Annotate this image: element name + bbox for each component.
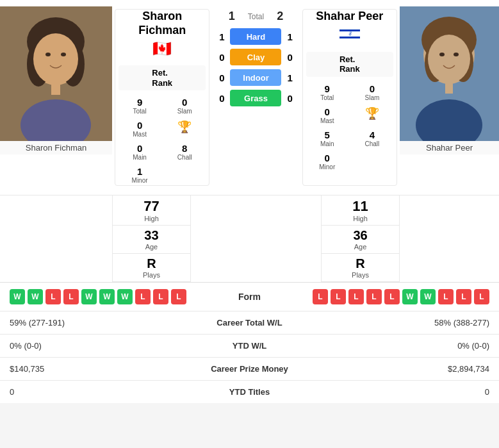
svg-point-6 xyxy=(45,53,51,56)
form-badge-l: L xyxy=(384,289,400,304)
player1-caption: Sharon Fichman xyxy=(0,141,112,154)
player2-minor: 0 Minor xyxy=(306,151,348,172)
player-comparison: Sharon Fichman Sharon Fichman 🇨🇦 Ret.Ran… xyxy=(0,0,499,195)
ytd-wl-row: 0% (0-0) YTD W/L 0% (0-0) xyxy=(0,335,499,358)
player2-form: LLLLLWWLLL xyxy=(313,289,489,304)
form-label: Form xyxy=(224,292,275,302)
player1-stats-panel: Sharon Fichman 🇨🇦 Ret.Rank 9 Total 0 Sla… xyxy=(115,9,209,186)
player2-age-block: 36 Age xyxy=(321,226,400,254)
ytd-wl-label: YTD W/L xyxy=(175,335,325,358)
player1-total: 9 Total xyxy=(119,95,161,116)
player1-slam: 0 Slam xyxy=(163,95,206,116)
form-badge-l: L xyxy=(438,289,454,304)
player1-mast: 0 Mast xyxy=(119,119,161,139)
form-badge-l: L xyxy=(63,289,79,304)
player2-stats-panel: Shahar Peer ✡ Ret.Rank 9 Tota xyxy=(302,9,397,186)
player1-trophy-icon: 🏆 xyxy=(177,120,192,134)
player1-trophy-icon-wrapper: 🏆 xyxy=(163,119,206,139)
player2-trophy-icon-wrapper: 🏆 xyxy=(351,105,393,126)
svg-text:✡: ✡ xyxy=(348,33,351,37)
career-prize-row: $140,735 Career Prize Money $2,894,734 xyxy=(0,358,499,381)
player2-plays-block: R Plays xyxy=(321,254,400,282)
center-stats: 1 Total 2 1 Hard 1 0 Clay 0 xyxy=(212,6,299,188)
form-badge-l: L xyxy=(366,289,382,304)
player1-plays-label: Plays xyxy=(143,271,160,279)
player2-slam: 0 Slam xyxy=(351,82,393,103)
player2-rank-block: Ret.Rank xyxy=(306,52,393,77)
career-wl-label: Career Total W/L xyxy=(175,311,325,335)
hard-row: 1 Hard 1 xyxy=(212,28,299,45)
player2-photo-svg xyxy=(400,6,499,141)
svg-point-21 xyxy=(439,53,445,56)
clay-row: 0 Clay 0 xyxy=(212,49,299,65)
form-badge-w: W xyxy=(402,289,418,304)
player1-main-placeholder: 0 Main xyxy=(119,142,161,162)
player1-plays-val: R xyxy=(143,256,160,271)
svg-point-20 xyxy=(428,35,470,83)
player1-rank-val: Ret.Rank xyxy=(152,68,172,88)
form-badge-w: W xyxy=(81,289,97,304)
total-row: 1 Total 2 xyxy=(229,10,283,23)
player1-high-label: High xyxy=(143,215,159,222)
player2-plays-label: Plays xyxy=(352,271,369,279)
career-prize-label: Career Prize Money xyxy=(175,358,325,381)
spacer-right xyxy=(400,195,499,226)
player1-form: WWLLWWWLLL xyxy=(10,289,186,304)
svg-rect-11 xyxy=(339,29,360,31)
player1-photo xyxy=(0,6,112,141)
ytd-titles-row: 0 YTD Titles 0 xyxy=(0,381,499,404)
total-label: Total xyxy=(248,12,264,21)
player2-name: Shahar Peer xyxy=(316,10,383,24)
player2-high-block: 11 High xyxy=(321,195,400,226)
form-badge-l: L xyxy=(171,289,186,304)
player2-trophy-icon: 🏆 xyxy=(365,106,379,120)
clay-badge: Clay xyxy=(230,49,281,65)
plays-row: R Plays R Plays xyxy=(0,254,499,282)
form-badge-l: L xyxy=(135,289,151,304)
center-spacer xyxy=(191,195,321,226)
player2-plays-val: R xyxy=(352,256,369,271)
player2-caption: Shahar Peer xyxy=(400,141,499,154)
form-badge-w: W xyxy=(117,289,133,304)
player1-high-val: 77 xyxy=(143,198,159,215)
career-wl-row: 59% (277-191) Career Total W/L 58% (388-… xyxy=(0,311,499,335)
form-badge-l: L xyxy=(348,289,364,304)
svg-point-7 xyxy=(61,53,66,56)
player2-ytd-titles: 0 xyxy=(324,381,499,404)
form-badge-l: L xyxy=(153,289,168,304)
grass-badge: Grass xyxy=(230,90,281,106)
player1-age-block: 33 Age xyxy=(112,226,191,254)
israel-flag-svg: ✡ xyxy=(339,28,360,40)
player2-mast: 0 Mast xyxy=(306,105,348,126)
indoor-badge: Indoor xyxy=(230,69,281,86)
player1-flag: 🇨🇦 xyxy=(152,40,172,58)
surface-rows: 1 Hard 1 0 Clay 0 0 Indoor xyxy=(212,28,299,106)
player2-photo-block: Shahar Peer xyxy=(400,6,499,188)
player1-rank-block: Ret.Rank xyxy=(119,65,206,90)
form-badge-w: W xyxy=(10,289,25,304)
age-row: 33 Age 36 Age xyxy=(0,226,499,254)
grass-row: 0 Grass 0 xyxy=(212,90,299,106)
player2-total: 9 Total xyxy=(306,82,348,103)
svg-point-22 xyxy=(454,53,459,56)
player2-chall: 4 Chall xyxy=(351,128,393,149)
player2-grid: 9 Total 0 Slam 0 Mast 🏆 5 Main xyxy=(306,82,393,172)
indoor-row: 0 Indoor 1 xyxy=(212,69,299,86)
player1-age-val: 33 xyxy=(144,228,158,243)
player2-ytd-wl: 0% (0-0) xyxy=(324,335,499,358)
stats-table: 59% (277-191) Career Total W/L 58% (388-… xyxy=(0,311,499,403)
player1-ytd-wl: 0% (0-0) xyxy=(0,335,175,358)
form-badge-l: L xyxy=(331,289,346,304)
player1-photo-block: Sharon Fichman xyxy=(0,6,112,188)
form-badge-w: W xyxy=(420,289,436,304)
form-badge-l: L xyxy=(456,289,471,304)
player1-name: Sharon Fichman xyxy=(138,10,186,37)
form-badge-w: W xyxy=(28,289,43,304)
player2-photo xyxy=(400,6,499,141)
player2-age-label: Age xyxy=(353,243,367,251)
main-container: Sharon Fichman Sharon Fichman 🇨🇦 Ret.Ran… xyxy=(0,0,499,403)
player1-ytd-titles: 0 xyxy=(0,381,175,404)
player2-career-wl: 58% (388-277) xyxy=(324,311,499,335)
player2-age-val: 36 xyxy=(353,228,367,243)
svg-point-5 xyxy=(33,33,78,85)
